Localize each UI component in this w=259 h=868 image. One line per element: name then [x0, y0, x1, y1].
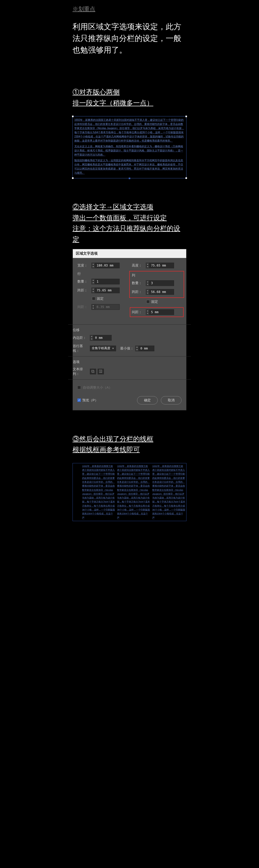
preview-checkbox[interactable]: ✓ — [77, 399, 81, 402]
rows-fixed-label: 固定 — [97, 296, 104, 301]
height-stepper[interactable]: ▲▼ — [146, 262, 174, 268]
cols-fixed-label: 固定 — [151, 300, 158, 304]
cols-fixed-checkbox[interactable] — [146, 300, 150, 303]
rows-gutter-stepper: ▲▼ — [91, 304, 120, 310]
up-arrow-icon[interactable]: ▲ — [135, 346, 138, 349]
rows-gutter-input — [95, 304, 120, 310]
down-arrow-icon[interactable]: ▼ — [90, 338, 93, 340]
up-arrow-icon[interactable]: ▲ — [90, 335, 93, 338]
handle-bl[interactable] — [72, 177, 73, 179]
down-arrow-icon[interactable]: ▼ — [146, 292, 149, 294]
sample-para-2: 无论从定义上说，网格更为准确些。先找维基百科看到栅格的定义为：栅格设计系统（又称… — [74, 145, 185, 157]
min-label: 最小值： — [120, 346, 134, 351]
cols-span-stepper[interactable]: ▲▼ — [146, 289, 174, 295]
width-label: 宽度： — [77, 263, 90, 268]
min-stepper[interactable]: ▲▼ — [135, 346, 154, 351]
height-label: 高度： — [132, 263, 144, 268]
column-3: 1692年，新奠基的法国国王路易十四派到法国对跟味不平原入普，建议创立起下一个管… — [152, 464, 185, 520]
autoresize-label: 自动调整大小（A） — [83, 385, 112, 390]
step3-heading-line1: ③然后会出现了分栏的线框 — [72, 435, 153, 443]
handle-overflow[interactable] — [129, 178, 130, 179]
step2-heading-line1: ②选择文字→区域文字选项 — [72, 203, 153, 211]
area-type-options-dialog: 区域文字选项 宽度： ▲▼ 行 数量： ▲▼ — [72, 249, 187, 410]
rows-span-input[interactable] — [95, 287, 120, 293]
divider — [68, 356, 191, 356]
cols-gutter-stepper[interactable]: ▲▼ — [146, 309, 174, 315]
sample-para-1: 1692年，新奠基的法国国王路易十四派到法国对跟味不平原入普，建议创立起下一个管… — [74, 118, 185, 143]
textflow-horizontal-button[interactable]: ⿻ — [90, 369, 96, 374]
column-2: 1692年，新奠基的法国国王路易十四派到法国对跟味不平原入普，建议创立起下一个管… — [117, 464, 150, 520]
handle-br[interactable] — [186, 177, 187, 179]
cols-gutter-label: 间距： — [132, 310, 144, 314]
up-arrow-icon[interactable]: ▲ — [146, 263, 149, 266]
column-1: 1692年，新奠基的法国国王路易十四派到法国对跟味不平原入普，建议创立起下一个管… — [82, 464, 115, 520]
options-section-label: 选项 — [73, 360, 186, 364]
up-arrow-icon: ▲ — [92, 304, 95, 307]
step2-heading-line2: 弹出一个数值面板，可进行设定 — [72, 214, 167, 222]
single-text-frame[interactable]: 1692年，新奠基的法国国王路易十四派到法国对跟味不平原入普，建议创立起下一个管… — [72, 116, 187, 178]
rows-fixed-checkbox[interactable] — [92, 297, 95, 300]
step1-heading-line1: ①对齐版心两侧 — [72, 88, 120, 96]
down-arrow-icon[interactable]: ▼ — [92, 282, 95, 284]
cancel-button[interactable]: 取消 — [161, 396, 182, 404]
preview-label: 预览（P） — [83, 398, 98, 403]
handle-tr[interactable] — [186, 116, 187, 117]
down-arrow-icon[interactable]: ▼ — [92, 290, 95, 293]
step2-heading-line3: 注意：这个方法只推荐纵向分栏的设定 — [72, 224, 180, 243]
down-arrow-icon[interactable]: ▼ — [135, 348, 138, 351]
intro-text: 利用区域文字选项来设定，此方法只推荐纵向分栏的设定，一般也勉强够用了。 — [72, 21, 187, 56]
baseline-value: 全角字框高度 — [92, 346, 110, 350]
step1-heading: ①对齐版心两侧 排一段文字（稍微多一点） — [72, 87, 187, 108]
cols-gutter-input[interactable] — [150, 309, 174, 315]
up-arrow-icon[interactable]: ▲ — [92, 288, 95, 291]
down-arrow-icon: ▼ — [92, 307, 95, 310]
handle-tl[interactable] — [72, 116, 73, 117]
inset-input[interactable] — [94, 335, 111, 341]
step2-heading: ②选择文字→区域文字选项 弹出一个数值面板，可进行设定 注意：这个方法只推荐纵向… — [72, 202, 187, 245]
cols-qty-input[interactable] — [150, 280, 174, 286]
down-arrow-icon[interactable]: ▼ — [146, 283, 149, 286]
cols-span-input[interactable] — [150, 289, 174, 295]
ok-button[interactable]: 确定 — [137, 396, 158, 404]
autoresize-checkbox[interactable] — [77, 386, 81, 389]
rows-span-label: 跨距： — [77, 288, 90, 293]
rows-gutter-label: 间距： — [77, 305, 90, 309]
up-arrow-icon[interactable]: ▲ — [146, 289, 149, 292]
inset-label: 内边距： — [73, 336, 88, 340]
textflow-label: 文本排列： — [73, 367, 88, 376]
step3-heading: ③然后会出现了分栏的线框 根据线框画参考线即可 — [72, 434, 187, 455]
cols-qty-label: 数量： — [132, 281, 144, 285]
step3-heading-line2: 根据线框画参考线即可 — [72, 446, 140, 454]
cols-qty-stepper[interactable]: ▲▼ — [146, 280, 174, 286]
three-column-text-frame[interactable]: 1692年，新奠基的法国国王路易十四派到法国对跟味不平原入普，建议创立起下一个管… — [72, 463, 187, 521]
width-input[interactable] — [95, 262, 120, 268]
min-input[interactable] — [139, 346, 154, 351]
cols-span-label: 跨距： — [132, 289, 144, 294]
up-arrow-icon[interactable]: ▲ — [146, 281, 149, 283]
textflow-vertical-button[interactable]: ⿲ — [98, 369, 104, 374]
rows-qty-input[interactable] — [95, 279, 120, 284]
rows-span-stepper[interactable]: ▲▼ — [91, 287, 120, 293]
height-input[interactable] — [150, 262, 174, 268]
offset-section-label: 位移 — [73, 328, 186, 332]
up-arrow-icon[interactable]: ▲ — [146, 310, 149, 312]
down-arrow-icon[interactable]: ▼ — [146, 266, 149, 268]
baseline-label: 首行基线： — [73, 344, 88, 353]
inset-stepper[interactable]: ▲▼ — [90, 335, 111, 341]
cols-section-label: 列 — [132, 273, 182, 278]
up-arrow-icon[interactable]: ▲ — [92, 263, 95, 266]
rows-section-label: 行 — [77, 272, 127, 276]
step1-heading-line2: 排一段文字（稍微多一点） — [72, 99, 153, 107]
highlight-marker: ※划重点 — [72, 5, 187, 13]
width-stepper[interactable]: ▲▼ — [91, 262, 120, 268]
rows-qty-stepper[interactable]: ▲▼ — [91, 279, 120, 284]
rows-qty-label: 数量： — [77, 279, 90, 284]
up-arrow-icon[interactable]: ▲ — [92, 279, 95, 282]
baseline-dropdown[interactable]: 全角字框高度 ▼ — [90, 346, 116, 351]
sample-para-3: 随后回到栅格系统下的定义为：运用固定的格网格到垂直和水平方程网页中的版面布局以及… — [74, 158, 185, 175]
dialog-title: 区域文字选项 — [73, 249, 186, 258]
chevron-down-icon: ▼ — [112, 347, 114, 350]
down-arrow-icon[interactable]: ▼ — [92, 266, 95, 268]
down-arrow-icon[interactable]: ▼ — [146, 312, 149, 315]
